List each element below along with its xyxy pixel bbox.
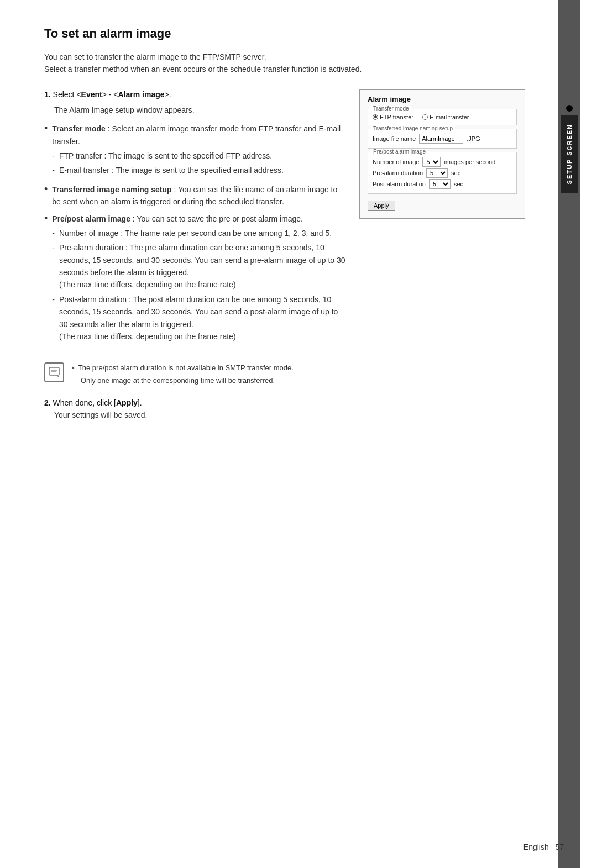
step2-apply-keyword: Apply	[116, 398, 138, 407]
step2-instruction-prefix: When done, click [	[53, 398, 116, 407]
pre-alarm-label: Pre-alarm duration	[373, 170, 423, 176]
dialog-transfer-mode-label: Transfer mode	[371, 106, 411, 112]
step2-number: 2.	[44, 398, 51, 407]
bullet-transfer-mode: • Transfer mode : Select an alarm image …	[44, 123, 346, 179]
step1-section: 1. Select <Event> - <Alarm image>. The A…	[44, 89, 525, 350]
intro-line1: You can set to transfer the alarm image …	[44, 51, 525, 63]
note-line2: Only one image at the corresponding time…	[81, 375, 525, 387]
post-alarm-select[interactable]: 5 10 15 30	[429, 179, 451, 189]
page-footer: English _57	[523, 843, 564, 851]
dash-item-3-1: Number of image : The frame rate per sec…	[52, 227, 346, 239]
dialog-naming-row: Image file name .JPG	[373, 134, 512, 144]
bullet-text-3: : You can set to save the pre or post al…	[133, 214, 303, 223]
dash-item-3-2: Pre-alarm duration : The pre alarm durat…	[52, 241, 346, 291]
image-file-ext: .JPG	[467, 135, 480, 142]
image-file-name-label: Image file name	[373, 135, 416, 142]
dialog-transfer-mode: Transfer mode FTP transfer E-mail transf…	[368, 109, 517, 125]
dash-list-3: Number of image : The frame rate per sec…	[52, 227, 346, 343]
bullet-content-1: Transfer mode : Select an alarm image tr…	[52, 123, 346, 179]
note-line1: The pre/post alarm duration is not avail…	[72, 362, 525, 374]
image-file-name-input[interactable]	[419, 134, 463, 144]
svg-rect-0	[49, 367, 59, 375]
bullet-naming: • Transferred image naming setup : You c…	[44, 183, 346, 208]
dash-item-1-2: E-mail transfer : The image is sent to t…	[52, 164, 346, 176]
bullet-dot-1: •	[44, 123, 48, 135]
num-image-select[interactable]: 5 1 2 3	[422, 157, 441, 167]
email-radio-label[interactable]: E-mail transfer	[422, 114, 469, 120]
bullet-prepost: • Pre/post alarm image : You can set to …	[44, 213, 346, 345]
alarm-dialog: Alarm image Transfer mode FTP transfer E…	[359, 89, 525, 219]
bullet-label-3: Pre/post alarm image	[52, 214, 130, 223]
step2-heading: 2. When done, click [Apply].	[44, 397, 525, 409]
dialog-num-image-row: Number of image 5 1 2 3 images per secon…	[373, 157, 512, 167]
dialog-post-alarm-row: Post-alarm duration 5 10 15 30 sec	[373, 179, 512, 189]
bullet-dot-3: •	[44, 213, 48, 225]
note-icon	[44, 362, 64, 382]
dialog-naming: Transferred image naming setup Image fil…	[368, 129, 517, 149]
bullet-section: • Transfer mode : Select an alarm image …	[44, 123, 346, 345]
num-image-label: Number of image	[373, 159, 419, 165]
post-alarm-label: Post-alarm duration	[373, 181, 426, 187]
step2-desc: Your settings will be saved.	[54, 409, 525, 421]
sidebar: SETUP SCREEN	[558, 0, 580, 868]
alarm-dialog-title: Alarm image	[368, 95, 517, 103]
email-radio[interactable]	[422, 114, 428, 120]
alarm-dialog-container: Alarm image Transfer mode FTP transfer E…	[359, 89, 525, 219]
page-title: To set an alarm image	[44, 27, 525, 41]
dialog-pre-alarm-row: Pre-alarm duration 5 10 15 30 sec	[373, 168, 512, 178]
dialog-prepost: Pre/post alarm image Number of image 5 1…	[368, 152, 517, 194]
ftp-radio[interactable]	[373, 114, 378, 120]
dialog-naming-label: Transferred image naming setup	[371, 125, 454, 131]
images-per-second-label: images per second	[444, 159, 495, 165]
sidebar-dot	[566, 105, 573, 112]
pre-alarm-select[interactable]: 5 10 15 30	[426, 168, 448, 178]
dash-item-3-3: Post-alarm duration : The post alarm dur…	[52, 293, 346, 343]
main-content: To set an alarm image You can set to tra…	[0, 0, 558, 868]
step2-instruction-suffix: ].	[138, 398, 142, 407]
bullet-label-1: Transfer mode	[52, 124, 105, 133]
note-box: The pre/post alarm duration is not avail…	[44, 362, 525, 387]
step2-section: 2. When done, click [Apply]. Your settin…	[44, 397, 525, 422]
bullet-dot-2: •	[44, 183, 48, 196]
dash-item-1-1: FTP transfer : The image is sent to the …	[52, 150, 346, 162]
pre-alarm-unit: sec	[451, 170, 460, 176]
pencil-icon	[48, 366, 60, 378]
dialog-prepost-label: Pre/post alarm image	[371, 149, 427, 155]
bullet-content-2: Transferred image naming setup : You can…	[52, 183, 346, 208]
step1-number: 1.	[44, 90, 51, 99]
ftp-radio-text: FTP transfer	[380, 114, 413, 120]
intro-line2: Select a transfer method when an event o…	[44, 63, 525, 75]
dash-list-1: FTP transfer : The image is sent to the …	[52, 150, 346, 177]
page-wrapper: To set an alarm image You can set to tra…	[0, 0, 597, 868]
intro-text: You can set to transfer the alarm image …	[44, 51, 525, 76]
bullet-content-3: Pre/post alarm image : You can set to sa…	[52, 213, 346, 345]
sidebar-tab: SETUP SCREEN	[561, 115, 578, 193]
step1-instruction: Select <Event> - <Alarm image>.	[53, 90, 171, 99]
ftp-radio-label[interactable]: FTP transfer	[373, 114, 413, 120]
dialog-apply-button[interactable]: Apply	[368, 201, 395, 211]
note-content: The pre/post alarm duration is not avail…	[72, 362, 525, 387]
bullet-label-2: Transferred image naming setup	[52, 185, 171, 194]
email-radio-text: E-mail transfer	[430, 114, 469, 120]
step1-heading: 1. Select <Event> - <Alarm image>.	[44, 89, 346, 101]
step1-left: 1. Select <Event> - <Alarm image>. The A…	[44, 89, 346, 350]
post-alarm-unit: sec	[454, 181, 463, 187]
dialog-transfer-mode-row: FTP transfer E-mail transfer	[373, 114, 512, 120]
step1-desc: The Alarm Image setup window appears.	[54, 104, 346, 116]
